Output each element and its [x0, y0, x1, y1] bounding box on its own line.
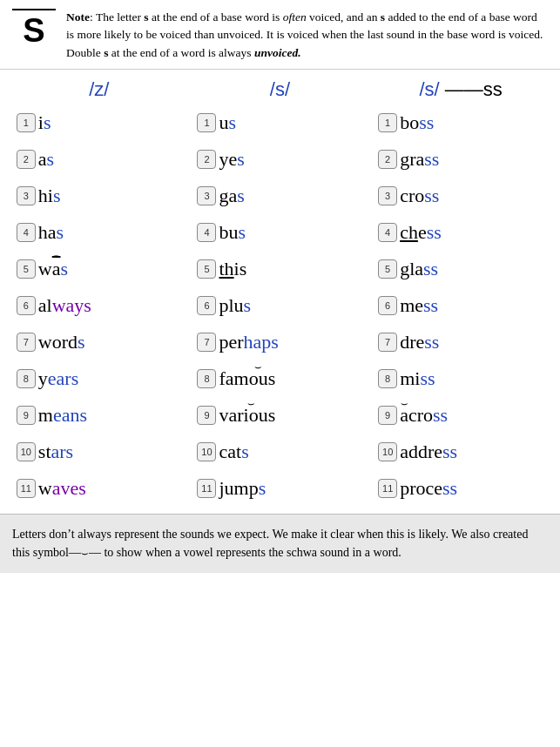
note-s3: s: [104, 46, 108, 59]
table-row: 9 var⌣ious: [197, 399, 362, 432]
word-text: years: [38, 367, 78, 390]
col2-header: /s/: [201, 78, 358, 101]
note-often: often: [283, 10, 307, 24]
col2-header-text: /s/: [270, 78, 290, 100]
highlight: s: [78, 331, 85, 353]
word-text: var⌣ious: [219, 404, 275, 427]
highlight: s: [47, 148, 55, 170]
word-text: glass: [400, 258, 438, 280]
num-badge: 3: [197, 186, 216, 205]
word-column-3: 1 boss 2 grass 3 cross 4 chess 5 glass 6…: [378, 106, 543, 505]
word-text: jumps: [219, 477, 266, 500]
table-row: 6 plus: [197, 289, 362, 322]
word-column-2: 1 us 2 yes 3 gas 4 bus 5 this 6 plus: [197, 106, 362, 505]
table-row: 3 gas: [197, 179, 362, 212]
num-badge: 4: [197, 223, 216, 242]
highlight: haps: [244, 331, 279, 353]
table-row: 11 jumps: [197, 472, 362, 505]
word-text: was: [38, 258, 68, 280]
num-badge: 7: [378, 333, 397, 352]
highlight: s: [259, 477, 267, 499]
underline-letters: ch: [400, 221, 418, 243]
table-row: 6 mess: [378, 289, 543, 322]
num-badge: 3: [17, 186, 36, 205]
col3-header: /s/ ——ss: [382, 78, 539, 101]
table-row: 11 process: [378, 472, 543, 505]
word-text: process: [400, 477, 457, 500]
num-badge: 6: [378, 296, 397, 315]
table-row: 7 dress: [378, 326, 543, 359]
column-headers: /z/ /s/ /s/ ——ss: [9, 78, 551, 101]
word-text: miss: [400, 367, 435, 390]
word-text: us: [219, 111, 236, 134]
word-text: is: [38, 111, 51, 134]
word-text: as: [38, 148, 54, 171]
num-badge: 7: [197, 333, 216, 352]
col1-header-text: /z/: [89, 78, 109, 100]
highlight: s: [237, 185, 245, 206]
table-row: 9 ⌣across: [378, 399, 543, 432]
table-row: 11 waves: [17, 472, 182, 505]
table-row: 4 chess: [378, 216, 543, 249]
table-row: 10 cats: [197, 435, 362, 468]
table-row: 10 address: [378, 435, 543, 468]
num-badge: 7: [17, 333, 36, 352]
highlight: ears: [48, 367, 78, 389]
highlight: ss: [423, 294, 438, 316]
highlight: s: [244, 294, 252, 316]
table-row: 8 years: [17, 362, 182, 395]
table-row: 8 miss: [378, 362, 543, 395]
highlight: s: [53, 185, 61, 206]
highlight: ars: [51, 441, 74, 462]
num-badge: 8: [197, 369, 216, 388]
word-text: his: [38, 185, 61, 207]
highlight: ss: [442, 477, 457, 499]
table-row: 8 fam⌣ous: [197, 362, 362, 395]
table-row: 2 yes: [197, 143, 362, 176]
table-row: 10 stars: [17, 435, 182, 468]
highlight: s: [238, 221, 246, 243]
table-row: 3 his: [17, 179, 182, 212]
word-text: cats: [219, 441, 248, 463]
num-badge: 1: [378, 113, 397, 132]
table-row: 5 was: [17, 252, 182, 286]
note-unvoiced: unvoiced.: [254, 46, 301, 59]
highlight: ss: [427, 221, 442, 243]
highlight: ss: [419, 111, 434, 133]
top-note-section: S Note: The letter s at the end of a bas…: [0, 0, 560, 70]
s-letter-container: S: [12, 9, 56, 50]
num-badge: 11: [197, 479, 216, 498]
num-badge: 6: [197, 296, 216, 315]
table-row: 1 is: [17, 106, 182, 139]
note-s1: s: [144, 10, 148, 24]
word-text: stars: [38, 441, 73, 463]
word-text: bus: [219, 221, 246, 244]
num-badge: 4: [17, 223, 36, 242]
num-badge: 2: [197, 150, 216, 169]
highlight: ss: [424, 331, 439, 353]
word-text: this: [219, 258, 246, 280]
num-badge: 10: [197, 442, 216, 461]
highlight: eans: [53, 404, 87, 426]
word-text: fam⌣ous: [219, 367, 275, 390]
bottom-note: Letters don’t always represent the sound…: [0, 514, 560, 573]
num-badge: 6: [17, 296, 36, 315]
word-text: grass: [400, 148, 439, 171]
num-badge: 5: [197, 259, 216, 279]
note-bold-label: Note: [66, 10, 90, 24]
num-badge: 11: [17, 479, 36, 498]
table-row: 7 words: [17, 326, 182, 359]
highlight: ss: [433, 404, 448, 426]
highlight: ss: [424, 148, 439, 170]
bottom-note-text: Letters don’t always represent the sound…: [12, 528, 528, 560]
col3-header-slash: /s/: [419, 78, 439, 100]
table-row: 7 perhaps: [197, 326, 362, 359]
table-row: 4 has: [17, 216, 182, 249]
word-text: always: [38, 294, 91, 317]
table-row: 5 this: [197, 252, 362, 286]
num-badge: 8: [378, 369, 397, 388]
word-text: ⌣across: [400, 404, 448, 427]
word-column-1: 1 is 2 as 3 his 4 has 5 was 6 always: [17, 106, 182, 505]
columns-area: /z/ /s/ /s/ ——ss 1 is 2 as 3 his: [0, 70, 560, 514]
num-badge: 8: [17, 369, 36, 388]
